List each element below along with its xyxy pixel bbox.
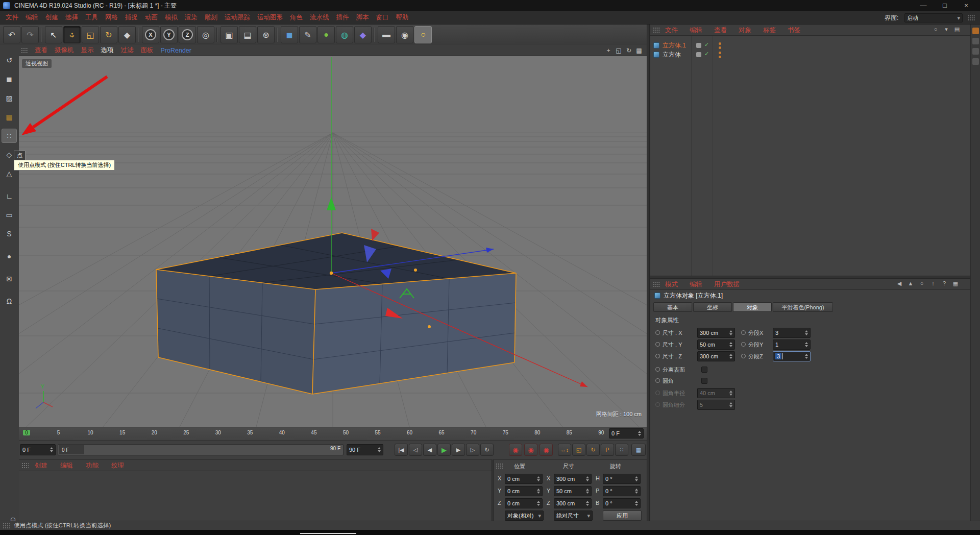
rotation-h-field[interactable]: 0 ° xyxy=(603,474,641,484)
menu-file[interactable]: 文件 xyxy=(2,12,22,23)
workplane-mode-button[interactable]: ▦ xyxy=(2,110,17,124)
record-scale-toggle[interactable]: ◱ xyxy=(572,444,585,456)
menu-snap[interactable]: 捕捉 xyxy=(121,12,141,23)
render-view-button[interactable]: ▣ xyxy=(220,26,238,43)
filter-icon[interactable]: ▾ xyxy=(942,26,950,33)
om-menu-tags[interactable]: 标签 xyxy=(760,25,779,36)
next-frame-button[interactable]: ▶ xyxy=(452,444,465,456)
goto-start-button[interactable]: |◀ xyxy=(395,444,408,456)
size-x-field[interactable]: 300 cm xyxy=(554,474,592,484)
menu-script[interactable]: 脚本 xyxy=(353,12,373,23)
lock-workplane-button[interactable]: ⊠ xyxy=(2,272,17,286)
toggle-views-icon[interactable]: ▦ xyxy=(634,47,644,54)
size-z-field[interactable]: 300 cm xyxy=(554,498,592,508)
menubar-grip[interactable] xyxy=(968,15,975,21)
keyframe-circle[interactable] xyxy=(655,342,660,347)
redo-button[interactable]: ↷ xyxy=(21,26,39,43)
layout-icon[interactable]: ▦ xyxy=(951,280,960,287)
attribute-manager-grip[interactable] xyxy=(653,281,660,287)
undo-button[interactable]: ↶ xyxy=(3,26,20,43)
maximize-button[interactable]: □ xyxy=(934,0,955,11)
enabled-check-icon[interactable]: ✓ xyxy=(704,41,709,48)
vp-menu-options[interactable]: 选项 xyxy=(97,45,117,56)
size-y-attr-field[interactable]: 50 cm xyxy=(697,339,735,350)
vp-menu-view[interactable]: 查看 xyxy=(31,45,51,56)
recent-tool-button[interactable]: ◆ xyxy=(118,26,136,43)
segments-y-field[interactable]: 1 xyxy=(773,339,811,350)
material-menu-texture[interactable]: 纹理 xyxy=(108,460,128,471)
snap-mode-button[interactable]: S xyxy=(2,227,17,241)
viewport-menu-grip[interactable] xyxy=(21,47,28,54)
render-visibility-dot[interactable] xyxy=(719,56,721,58)
timeline-range-slider[interactable]: 0 F 90 F xyxy=(58,444,344,455)
pan-view-icon[interactable]: + xyxy=(604,47,613,54)
menu-create[interactable]: 创建 xyxy=(42,12,62,23)
live-selection-button[interactable]: ↖ xyxy=(45,26,62,43)
render-visibility-dot[interactable] xyxy=(719,46,721,49)
menu-animate[interactable]: 动画 xyxy=(141,12,161,23)
add-generator-button[interactable]: ● xyxy=(317,26,335,43)
vp-menu-display[interactable]: 显示 xyxy=(78,45,97,56)
material-menu-function[interactable]: 功能 xyxy=(82,460,102,471)
om-menu-file[interactable]: 文件 xyxy=(662,25,681,36)
axis-mode-button[interactable]: ∟ xyxy=(2,189,17,203)
close-button[interactable]: × xyxy=(955,0,977,11)
add-mograph-button[interactable]: ◍ xyxy=(336,26,353,43)
object-row-cube1[interactable]: 立方体.1 ✓ xyxy=(653,41,968,50)
add-spline-button[interactable]: ✎ xyxy=(299,26,316,43)
keyframe-circle[interactable] xyxy=(655,354,660,358)
menu-mesh[interactable]: 网格 xyxy=(102,12,121,23)
object-name[interactable]: 立方体 xyxy=(663,51,681,59)
enabled-check-icon[interactable]: ✓ xyxy=(704,51,709,57)
object-row-cube[interactable]: 立方体 ✓ xyxy=(653,50,968,59)
autokey-button[interactable]: ◉ xyxy=(524,444,537,456)
record-position-toggle[interactable]: ↔ ↕ xyxy=(558,444,571,456)
menu-help[interactable]: 帮助 xyxy=(393,12,412,23)
coordinates-grip[interactable] xyxy=(496,463,503,469)
menu-plugins[interactable]: 插件 xyxy=(333,12,353,23)
rotation-b-field[interactable]: 0 ° xyxy=(603,498,641,508)
object-name[interactable]: 立方体.1 xyxy=(663,41,686,50)
strip-tab-icon[interactable] xyxy=(972,58,979,65)
om-menu-view[interactable]: 查看 xyxy=(710,25,730,36)
render-settings-button[interactable]: ⊛ xyxy=(257,26,275,43)
add-deformer-button[interactable]: ◆ xyxy=(354,26,372,43)
object-tree[interactable]: 立方体.1 ✓ 立方体 ✓ xyxy=(650,36,971,276)
tab-phong[interactable]: 平滑着色(Phong) xyxy=(773,302,833,312)
om-menu-bookmarks[interactable]: 书签 xyxy=(784,25,804,36)
lock-y-button[interactable]: Y xyxy=(160,26,178,43)
position-z-field[interactable]: 0 cm xyxy=(505,498,543,508)
points-mode-button[interactable]: ∷ xyxy=(2,129,17,143)
rotate-view-icon[interactable]: ↻ xyxy=(624,47,633,54)
menu-window[interactable]: 窗口 xyxy=(373,12,393,23)
editor-visibility-dot[interactable] xyxy=(719,52,721,54)
interface-dropdown[interactable]: 启动 ▾ xyxy=(904,13,963,22)
object-manager-grip[interactable] xyxy=(653,27,660,33)
spinner[interactable] xyxy=(638,431,641,436)
record-options-button[interactable]: ◉ xyxy=(540,444,553,456)
segments-x-field[interactable]: 3 xyxy=(773,328,811,338)
make-editable-button[interactable]: ↺ xyxy=(2,53,17,67)
range-slider-handle[interactable]: 0 F xyxy=(59,445,84,454)
menu-simulate[interactable]: 模拟 xyxy=(161,12,181,23)
material-menu-edit[interactable]: 编辑 xyxy=(57,460,77,471)
render-picture-viewer-button[interactable]: ▤ xyxy=(239,26,256,43)
coordinate-system-button[interactable]: ◎ xyxy=(197,26,214,43)
add-camera-button[interactable]: ◉ xyxy=(396,26,413,43)
record-parameter-toggle[interactable]: P xyxy=(601,444,614,456)
keyframe-circle[interactable] xyxy=(655,378,660,383)
history-up-icon[interactable]: ↑ xyxy=(929,280,937,286)
scale-tool-button[interactable]: ◱ xyxy=(82,26,99,43)
vp-menu-camera[interactable]: 摄像机 xyxy=(51,45,78,56)
strip-tab-icon[interactable] xyxy=(972,28,979,34)
record-rotation-toggle[interactable]: ↻ xyxy=(586,444,600,456)
tab-coordinates[interactable]: 坐标 xyxy=(693,302,732,312)
viewport-scene[interactable]: Y xyxy=(19,56,647,427)
tab-basic[interactable]: 基本 xyxy=(653,302,692,312)
current-frame-marker[interactable]: 0 xyxy=(23,430,30,435)
keyframe-circle[interactable] xyxy=(655,330,660,335)
am-menu-mode[interactable]: 模式 xyxy=(662,279,681,290)
model-mode-button[interactable]: ◼ xyxy=(2,72,17,86)
position-y-field[interactable]: 0 cm xyxy=(505,486,543,496)
spinner[interactable] xyxy=(378,447,381,452)
